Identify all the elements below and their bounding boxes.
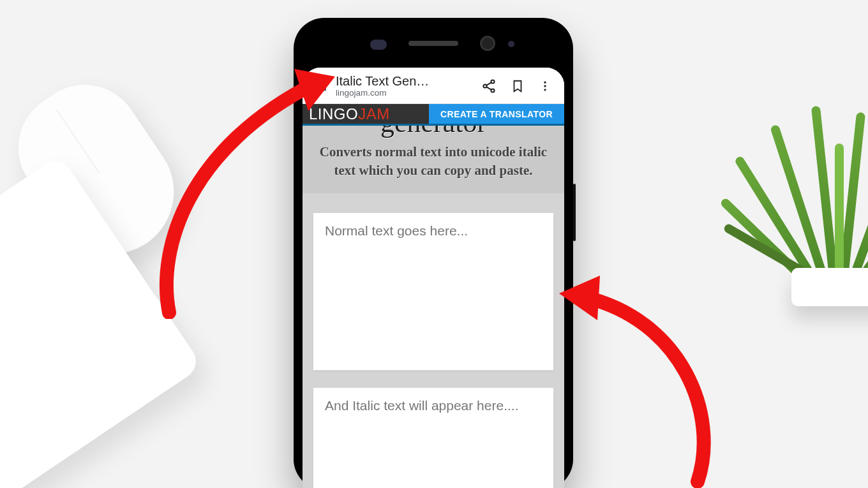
svg-line-3 [486, 82, 491, 85]
output-text-card: And Italic text will appear here.... [313, 387, 554, 488]
svg-point-1 [483, 84, 486, 87]
logo-part-1: LINGO [309, 105, 358, 123]
logo-part-2: JAM [358, 105, 390, 123]
phone-screen: Italic Text Gen… lingojam.com LINGOJAM [303, 68, 564, 488]
desk-plant-prop [753, 115, 868, 306]
svg-point-6 [544, 85, 546, 87]
svg-point-2 [491, 89, 494, 92]
browser-address-bar[interactable]: Italic Text Gen… lingojam.com [303, 68, 564, 104]
normal-text-input[interactable] [313, 213, 553, 370]
input-text-card [313, 212, 554, 371]
page-content: generator Converts normal text into unic… [303, 126, 564, 488]
phone-frame: Italic Text Gen… lingojam.com LINGOJAM [294, 18, 573, 488]
svg-point-7 [544, 89, 546, 91]
site-logo[interactable]: LINGOJAM [303, 104, 396, 124]
page-title: Italic Text Gen… [336, 74, 444, 88]
svg-line-4 [486, 87, 491, 89]
bookmark-icon[interactable] [511, 78, 525, 94]
create-translator-button[interactable]: CREATE A TRANSLATOR [429, 104, 564, 124]
italic-text-output[interactable]: And Italic text will appear here.... [313, 388, 553, 488]
generator-title: generator [303, 126, 564, 139]
more-icon[interactable] [539, 78, 551, 94]
page-domain: lingojam.com [336, 88, 479, 98]
lock-icon [317, 79, 328, 93]
share-icon[interactable] [481, 78, 497, 94]
svg-point-5 [544, 82, 546, 84]
site-header: LINGOJAM CREATE A TRANSLATOR [303, 104, 564, 126]
generator-subtitle: Converts normal text into unicode italic… [303, 139, 564, 193]
svg-point-0 [491, 80, 494, 83]
phone-hardware-top [300, 24, 567, 61]
annotation-arrow-bottom [548, 268, 726, 488]
